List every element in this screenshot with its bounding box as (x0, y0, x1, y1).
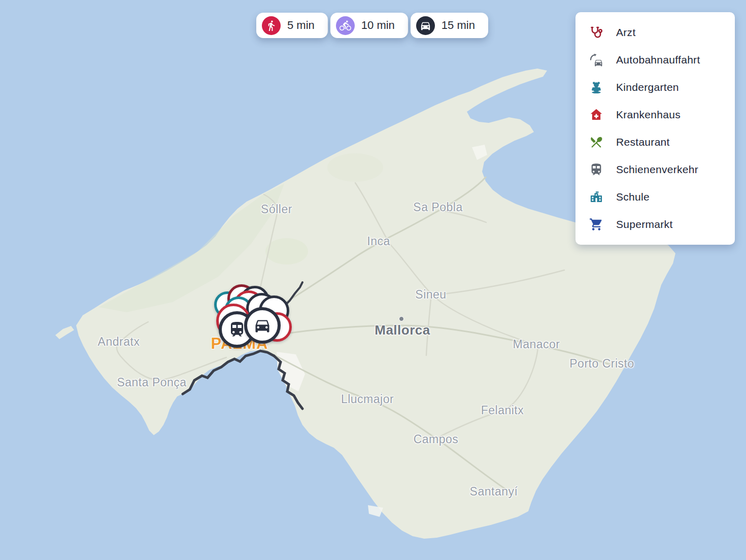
bike-time-pill[interactable]: 10 min (330, 13, 408, 38)
legend-label-supermarkt: Supermarkt (616, 218, 673, 230)
map-marker-car[interactable] (244, 307, 281, 344)
legend-label-restaurant: Restaurant (616, 136, 670, 148)
legend-item-schule[interactable]: Schule (575, 183, 735, 211)
island-dragonera (55, 326, 74, 339)
legend-label-arzt: Arzt (616, 26, 636, 39)
legend-item-kindergarten[interactable]: Kindergarten (575, 74, 735, 101)
legend-item-restaurant[interactable]: Restaurant (575, 128, 735, 156)
school-building-icon (589, 189, 604, 205)
legend-label-autobahnauffahrt: Autobahnauffahrt (616, 54, 700, 66)
train-icon (228, 320, 246, 339)
cyclist-icon (336, 16, 355, 35)
walking-icon (262, 16, 281, 35)
car-icon (253, 316, 272, 335)
map-root: Sóller Sa Pobla Inca Sineu Mallorca Mana… (0, 0, 746, 560)
walk-time-pill[interactable]: 5 min (256, 13, 328, 38)
train-icon (589, 162, 604, 177)
legend-item-schienenverkehr[interactable]: Schienenverkehr (575, 156, 735, 183)
shopping-cart-icon (589, 217, 604, 232)
travel-time-toolbar: 5 min 10 min 15 min (256, 13, 488, 38)
legend-item-supermarkt[interactable]: Supermarkt (575, 211, 735, 238)
legend-label-kindergarten: Kindergarten (616, 81, 679, 93)
highway-car-icon (589, 52, 604, 68)
legend-item-arzt[interactable]: Arzt (575, 19, 735, 46)
stethoscope-icon (589, 25, 604, 40)
legend-item-krankenhaus[interactable]: Krankenhaus (575, 101, 735, 128)
car-icon (416, 16, 435, 35)
legend-panel: Arzt Autobahnauffahrt (575, 12, 735, 245)
cutlery-icon (589, 135, 604, 150)
teddy-bear-icon (589, 80, 604, 95)
town-dot (399, 316, 404, 321)
bike-time-label: 10 min (361, 19, 395, 32)
car-time-pill[interactable]: 15 min (411, 13, 488, 38)
legend-label-krankenhaus: Krankenhaus (616, 109, 681, 121)
legend-label-schienenverkehr: Schienenverkehr (616, 163, 698, 176)
legend-label-schule: Schule (616, 191, 650, 203)
walk-time-label: 5 min (287, 19, 315, 32)
hospital-house-icon (589, 107, 604, 122)
legend-item-autobahnauffahrt[interactable]: Autobahnauffahrt (575, 46, 735, 74)
car-time-label: 15 min (442, 19, 475, 32)
